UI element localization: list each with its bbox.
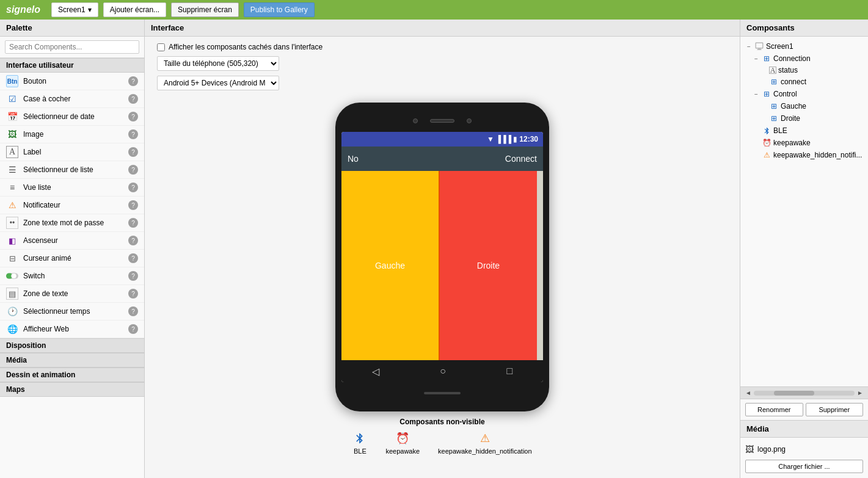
tree-item-status[interactable]: A status [743,65,866,76]
ascenseur-help[interactable]: ? [128,236,138,245]
tree-toggle-connection[interactable]: − [753,56,760,62]
palette-item-selecteur-temps[interactable]: 🕐 Sélectionneur temps ? [0,303,144,320]
svg-rect-5 [757,49,762,50]
tree-item-control[interactable]: − ⊞ Control [743,88,866,100]
scroll-right-btn[interactable]: ► [855,389,866,396]
notificateur-help[interactable]: ? [128,200,138,210]
palette-item-zone-texte[interactable]: ▤ Zone de texte ? [0,285,144,303]
app-bar-title-left: No [348,154,359,164]
rename-button[interactable]: Renommer [745,403,803,416]
nav-home-btn[interactable]: ○ [440,366,446,377]
control-label: Control [773,90,797,98]
palette-item-ascenseur[interactable]: ◧ Ascenseur ? [0,232,144,250]
selecteur-date-help[interactable]: ? [128,112,138,121]
palette-item-selecteur-liste[interactable]: ☰ Sélectionneur de liste ? [0,161,144,179]
show-hidden-row: Afficher les composants cachés dans l'in… [157,43,728,51]
keepawake-label: keepawake [385,447,420,455]
media-title: Média [740,421,868,438]
bouton-icon: Btn [6,75,18,87]
image-help[interactable]: ? [128,129,138,139]
bouton-help[interactable]: ? [128,76,138,86]
screen-dropdown[interactable]: Screen1 ▾ [51,2,98,17]
selecteur-liste-help[interactable]: ? [128,165,138,175]
tree-item-connect[interactable]: ⊞ connect [743,76,866,88]
palette-panel: Palette Interface utilisateur Btn Bouton… [0,20,145,478]
tree-toggle-control[interactable]: − [753,91,760,98]
notificateur-icon: ⚠ [6,199,18,211]
tree-item-screen1[interactable]: − Screen1 [743,40,866,53]
label-help[interactable]: ? [128,147,138,157]
section-disposition[interactable]: Disposition [0,338,144,353]
case-cocher-help[interactable]: ? [128,94,138,104]
phone-speaker [430,119,454,123]
tree-item-connection[interactable]: − ⊞ Connection [743,53,866,65]
ascenseur-icon: ◧ [6,234,18,247]
nav-back-btn[interactable]: ◁ [372,366,379,377]
right-panel: Composants − Screen1 − ⊞ Connection A st… [740,20,868,478]
scrollbar-track[interactable] [754,391,855,396]
ble-label: BLE [354,447,367,455]
image-label: Image [23,130,123,139]
upload-button[interactable]: Charger fichier ... [745,460,863,473]
palette-item-bouton[interactable]: Btn Bouton ? [0,73,144,90]
vue-liste-help[interactable]: ? [128,183,138,192]
section-media[interactable]: Média [0,353,144,368]
battery-icon: ▮ [513,135,517,143]
keepawake-hidden-tree-icon: ⚠ [762,150,771,160]
palette-item-notificateur[interactable]: ⚠ Notificateur ? [0,197,144,214]
tree-item-ble[interactable]: BLE [743,125,866,137]
ascenseur-label: Ascenseur [23,236,123,245]
palette-item-zone-texte-mdp[interactable]: •• Zone texte mot de passe ? [0,214,144,232]
control-icon: ⊞ [762,89,771,99]
tree-item-keepawake-hidden[interactable]: ⚠ keepawake_hidden_notifi... [743,149,866,161]
afficheur-web-label: Afficheur Web [23,325,123,333]
palette-item-selecteur-date[interactable]: 📅 Sélectionneur de date ? [0,108,144,126]
tree-scrollbar: ◄ ► [740,386,868,399]
keepawake-tree-label: keepawake [773,139,811,147]
signal-icon: ▐▐▐ [496,135,512,143]
palette-item-label[interactable]: A Label ? [0,143,144,161]
tree-item-keepawake[interactable]: ⏰ keepawake [743,137,866,149]
phone-size-select[interactable]: Taille du téléphone (505,320) [157,56,279,71]
palette-item-image[interactable]: 🖼 Image ? [0,126,144,143]
add-screen-button[interactable]: Ajouter écran... [103,2,166,17]
selecteur-temps-help[interactable]: ? [128,306,138,316]
droite-panel[interactable]: Droite [440,171,537,360]
gauche-panel[interactable]: Gauche [341,171,440,360]
zone-texte-label: Zone de texte [23,289,123,298]
remove-screen-button[interactable]: Supprimer écran [171,2,239,17]
palette-item-afficheur-web[interactable]: 🌐 Afficheur Web ? [0,320,144,338]
tree-item-gauche[interactable]: ⊞ Gauche [743,100,866,112]
palette-item-case-cocher[interactable]: ☑ Case à cocher ? [0,90,144,108]
tree-item-droite[interactable]: ⊞ Droite [743,112,866,125]
publish-button[interactable]: Publish to Gallery [244,2,315,17]
curseur-anime-help[interactable]: ? [128,253,138,263]
section-dessin-animation[interactable]: Dessin et animation [0,368,144,382]
non-visible-items: BLE ⏰ keepawake ⚠ keepawake_hidden_notif… [352,431,531,455]
scroll-left-btn[interactable]: ◄ [743,389,754,396]
delete-button[interactable]: Supprimer [806,403,864,416]
tree-toggle-screen1[interactable]: − [745,43,753,50]
palette-item-vue-liste[interactable]: ≡ Vue liste ? [0,179,144,197]
nav-square-btn[interactable]: □ [507,366,513,377]
case-cocher-label: Case à cocher [23,95,123,103]
phone-size-row: Taille du téléphone (505,320) [157,56,728,71]
show-hidden-checkbox[interactable] [157,43,165,51]
home-indicator [424,392,461,394]
connection-label: Connection [773,54,811,63]
zone-texte-help[interactable]: ? [128,289,138,299]
switch-help[interactable]: ? [128,271,138,281]
wifi-icon: ▼ [487,135,494,143]
zone-texte-mdp-help[interactable]: ? [128,218,138,228]
search-input[interactable] [5,40,139,54]
device-select[interactable]: Android 5+ Devices (Android Material) [157,76,279,90]
afficheur-web-help[interactable]: ? [128,324,138,334]
vue-liste-icon: ≡ [6,181,18,194]
component-tree: − Screen1 − ⊞ Connection A status [740,37,868,386]
media-file-icon: 🖼 [745,444,754,454]
nv-keepawake: ⏰ keepawake [385,431,420,455]
palette-item-switch[interactable]: Switch ? [0,267,144,285]
palette-item-curseur-anime[interactable]: ⊟ Curseur animé ? [0,250,144,267]
ble-icon [352,431,367,446]
section-maps[interactable]: Maps [0,382,144,397]
